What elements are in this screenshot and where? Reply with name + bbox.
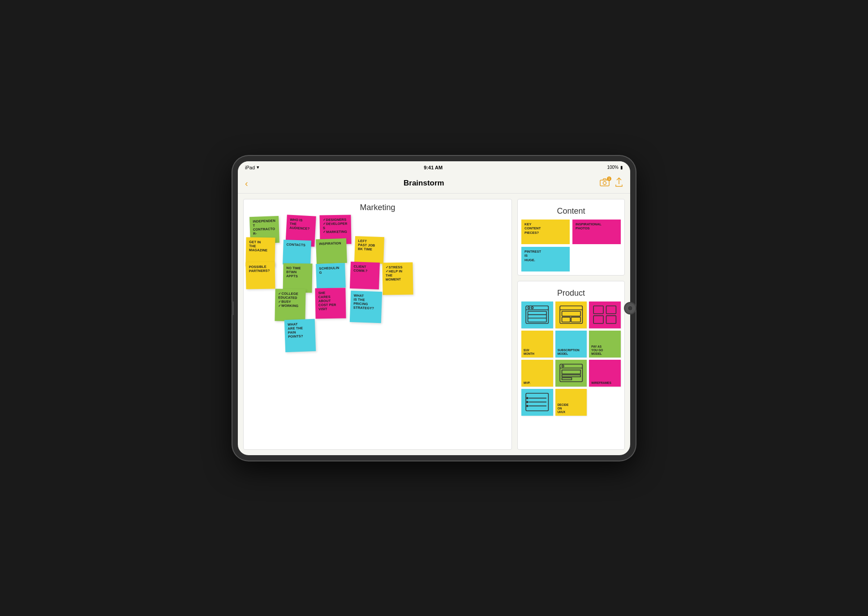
share-button[interactable] xyxy=(615,177,623,190)
wireframe-icon xyxy=(558,303,585,327)
svg-rect-16 xyxy=(594,316,604,323)
svg-point-29 xyxy=(527,401,528,403)
sticky-note[interactable]: WHAT ARE THE PAIN POINTS? xyxy=(284,319,316,352)
status-bar: iPad ▾ 9:41 AM 100% ▮ xyxy=(238,161,630,174)
svg-point-23 xyxy=(562,365,563,367)
product-cell[interactable] xyxy=(555,302,587,328)
camera-button[interactable]: 1 xyxy=(600,178,610,189)
product-title: Product xyxy=(521,285,621,300)
main-content: Marketing INDEPENDENT CONTRACTOR-WHO IS … xyxy=(238,194,630,455)
ipad-device: iPad ▾ 9:41 AM 100% ▮ ‹ Brainstorm xyxy=(232,156,636,461)
svg-rect-21 xyxy=(562,375,580,377)
sticky-note[interactable]: ✓STRESS ✓HELP IN THE MOMENT xyxy=(382,262,413,295)
wireframe-icon xyxy=(524,303,551,327)
sticky-note[interactable]: NO TIME BTWN APPTS xyxy=(283,263,312,293)
status-time: 9:41 AM xyxy=(424,165,443,170)
sticky-note[interactable]: LEFT PAST JOB BK TIME xyxy=(354,236,384,263)
svg-rect-14 xyxy=(594,306,604,314)
content-title: Content xyxy=(521,203,621,218)
back-button[interactable]: ‹ xyxy=(245,178,248,189)
svg-point-8 xyxy=(531,307,533,309)
wifi-icon: ▾ xyxy=(257,164,259,170)
product-cell[interactable] xyxy=(521,302,553,328)
marketing-title: Marketing xyxy=(244,199,511,214)
product-cell[interactable] xyxy=(589,302,621,328)
svg-rect-15 xyxy=(606,306,616,314)
content-sticky-note[interactable]: INSPIRATIONAL PHOTOS xyxy=(572,220,621,244)
svg-rect-4 xyxy=(528,311,546,322)
product-cell[interactable]: PAY AS YOU GO MODEL xyxy=(589,331,621,358)
home-button[interactable] xyxy=(624,302,636,314)
marketing-section: Marketing INDEPENDENT CONTRACTOR-WHO IS … xyxy=(243,199,512,450)
product-section: Product $10/ MONTHSUBSCRIPTION MODELPAY … xyxy=(517,281,625,450)
ipad-screen: iPad ▾ 9:41 AM 100% ▮ ‹ Brainstorm xyxy=(238,161,630,455)
sticky-note[interactable]: POSSIBLE PARTNERS? xyxy=(245,262,275,289)
svg-rect-17 xyxy=(606,316,616,323)
wireframe-icon xyxy=(558,362,585,385)
sticky-note[interactable]: ✓COLLEGE EDUCATED ✓BUSY ✓WORKING xyxy=(275,289,305,321)
product-cell[interactable] xyxy=(555,360,587,387)
wireframe-icon xyxy=(524,391,551,414)
content-sticky-note[interactable]: KEY CONTENT PIECES? xyxy=(521,220,570,244)
battery-icon: ▮ xyxy=(620,165,623,170)
svg-point-1 xyxy=(603,181,606,185)
content-section: Content KEY CONTENT PIECES?INSPIRATIONAL… xyxy=(517,199,625,276)
product-cell[interactable]: MVP. xyxy=(521,360,553,387)
product-cell[interactable]: $10/ MONTH xyxy=(521,331,553,358)
svg-rect-11 xyxy=(562,311,580,316)
product-grid: $10/ MONTHSUBSCRIPTION MODELPAY AS YOU G… xyxy=(521,302,621,416)
svg-point-7 xyxy=(528,307,530,309)
svg-rect-12 xyxy=(562,317,570,322)
status-right: 100% ▮ xyxy=(607,165,623,170)
svg-point-28 xyxy=(527,397,528,399)
sticky-note[interactable]: SCHEDULING xyxy=(316,263,346,288)
svg-rect-13 xyxy=(571,317,580,322)
svg-rect-22 xyxy=(562,378,572,379)
content-sticky-note[interactable]: PINTREST IS HUGE. xyxy=(521,247,570,271)
svg-point-30 xyxy=(527,405,528,407)
status-left: iPad ▾ xyxy=(245,164,259,170)
marketing-notes-area: INDEPENDENT CONTRACTOR-WHO IS THE AUDIEN… xyxy=(244,214,511,446)
camera-badge: 1 xyxy=(607,177,611,181)
product-cell[interactable] xyxy=(521,389,553,416)
page-title: Brainstorm xyxy=(404,179,444,188)
product-cell[interactable]: DECIDE ON UI/UX xyxy=(555,389,587,416)
svg-rect-20 xyxy=(562,370,580,374)
battery-label: 100% xyxy=(607,165,619,170)
product-cell[interactable]: WIREFRAMES xyxy=(589,360,621,387)
sticky-note[interactable]: WHAT IS THE PRICING STRATEGY? xyxy=(350,290,382,323)
wireframe-icon xyxy=(591,303,619,327)
right-panels: Content KEY CONTENT PIECES?INSPIRATIONAL… xyxy=(517,199,625,450)
sticky-note[interactable]: CLIENT COMM.? xyxy=(350,261,380,289)
side-button[interactable] xyxy=(232,302,234,315)
sticky-note[interactable]: INSPIRATION xyxy=(316,238,347,263)
sticky-note[interactable]: CONTACTS xyxy=(283,239,311,265)
content-stickies: KEY CONTENT PIECES?INSPIRATIONAL PHOTOSP… xyxy=(521,220,621,271)
nav-bar: ‹ Brainstorm 1 xyxy=(238,174,630,194)
sticky-note[interactable]: SHE CARES ABOUT COST PER VISIT xyxy=(315,288,346,319)
product-cell[interactable]: SUBSCRIPTION MODEL xyxy=(555,331,587,358)
device-label: iPad xyxy=(245,165,255,170)
nav-actions: 1 xyxy=(600,177,623,190)
